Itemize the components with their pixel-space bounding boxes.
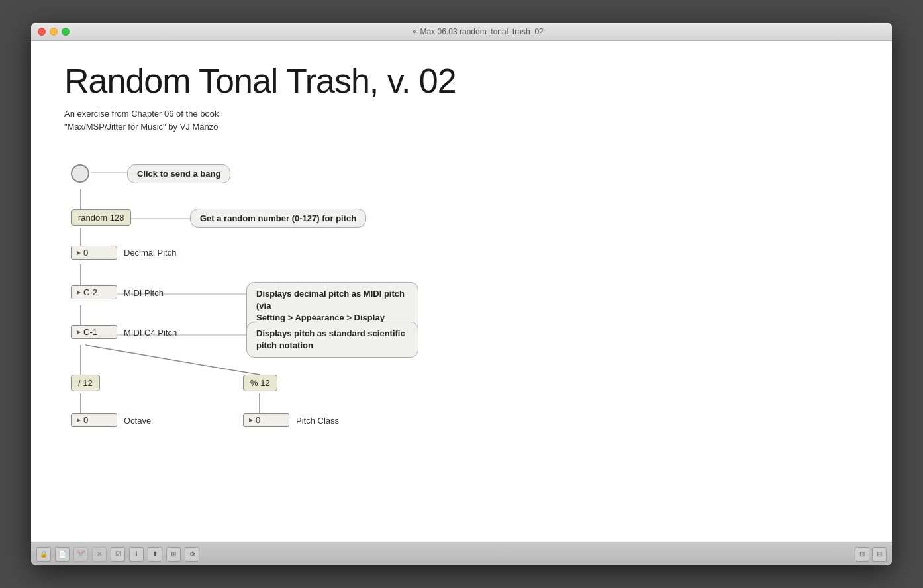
octave-label: Octave bbox=[124, 416, 151, 426]
bang-button[interactable] bbox=[71, 164, 89, 183]
titlebar: ⚬ Max 06.03 random_tonal_trash_02 bbox=[31, 23, 892, 41]
midi-c4-tooltip: Displays pitch as standard scientific pi… bbox=[246, 322, 418, 358]
midi-c4-label: MIDI C4 Pitch bbox=[124, 328, 177, 338]
subtitle: An exercise from Chapter 06 of the book … bbox=[64, 107, 859, 133]
pitch-class-label: Pitch Class bbox=[296, 416, 339, 426]
midi-pitch-label: MIDI Pitch bbox=[124, 288, 164, 298]
pitch-class-value: 0 bbox=[256, 415, 260, 425]
bang-tooltip: Click to send a bang bbox=[127, 164, 230, 183]
octave-value: 0 bbox=[83, 415, 88, 425]
cut-icon[interactable]: ✂️ bbox=[73, 547, 88, 562]
bottombar: 🔒 📄 ✂️ ✕ ☑ ℹ ⬆ ⊞ ⚙ ⊡ ⊟ bbox=[31, 542, 892, 565]
octave-display: 0 bbox=[71, 413, 117, 427]
expand-icon[interactable]: ⊟ bbox=[872, 547, 887, 562]
settings-icon[interactable]: ⚙ bbox=[185, 547, 199, 562]
main-window: ⚬ Max 06.03 random_tonal_trash_02 Random… bbox=[31, 23, 892, 565]
mod12-object[interactable]: % 12 bbox=[243, 375, 277, 391]
midi-c4-display: C-1 bbox=[71, 325, 117, 339]
random-object[interactable]: random 128 bbox=[71, 209, 131, 226]
decimal-pitch-display: 0 bbox=[71, 246, 117, 260]
random-label: random 128 bbox=[78, 213, 124, 222]
subtitle-line1: An exercise from Chapter 06 of the book bbox=[64, 109, 219, 119]
window-title: ⚬ Max 06.03 random_tonal_trash_02 bbox=[70, 27, 885, 36]
app-title: Random Tonal Trash, v. 02 bbox=[64, 61, 859, 101]
info-icon[interactable]: ℹ bbox=[129, 547, 144, 562]
div12-object[interactable]: / 12 bbox=[71, 375, 100, 391]
decimal-pitch-label: Decimal Pitch bbox=[124, 248, 176, 258]
patch-area: Click to send a bang random 128 Get a ra… bbox=[64, 156, 859, 487]
content-area: Random Tonal Trash, v. 02 An exercise fr… bbox=[31, 41, 892, 542]
decimal-value: 0 bbox=[83, 248, 88, 258]
midi-pitch-display: C-2 bbox=[71, 285, 117, 299]
export-icon[interactable]: ⬆ bbox=[148, 547, 162, 562]
bottom-right-icons: ⊡ ⊟ bbox=[855, 547, 887, 562]
random-tooltip: Get a random number (0-127) for pitch bbox=[190, 209, 366, 228]
minimize-button[interactable] bbox=[50, 28, 58, 36]
subtitle-line2: "Max/MSP/Jitter for Music" by VJ Manzo bbox=[64, 122, 218, 132]
midi-pitch-tooltip-line1: Displays decimal pitch as MIDI pitch (vi… bbox=[256, 289, 405, 311]
grid-icon[interactable]: ⊞ bbox=[166, 547, 181, 562]
connectors bbox=[64, 156, 859, 487]
checkbox-icon[interactable]: ☑ bbox=[111, 547, 125, 562]
page-icon[interactable]: 📄 bbox=[55, 547, 70, 562]
div12-label: / 12 bbox=[78, 378, 93, 388]
traffic-lights bbox=[38, 28, 70, 36]
maximize-button[interactable] bbox=[62, 28, 70, 36]
close-button[interactable] bbox=[38, 28, 46, 36]
delete-icon[interactable]: ✕ bbox=[92, 547, 107, 562]
midi-pitch-value: C-2 bbox=[83, 287, 97, 297]
svg-line-5 bbox=[85, 345, 260, 375]
lock-icon[interactable]: 🔒 bbox=[36, 547, 51, 562]
midi-c4-value: C-1 bbox=[83, 327, 97, 337]
mod12-label: % 12 bbox=[250, 378, 270, 388]
midi-c4-tooltip-text: Displays pitch as standard scientific pi… bbox=[256, 328, 405, 350]
pitch-class-display: 0 bbox=[243, 413, 289, 427]
resize-icon[interactable]: ⊡ bbox=[855, 547, 869, 562]
